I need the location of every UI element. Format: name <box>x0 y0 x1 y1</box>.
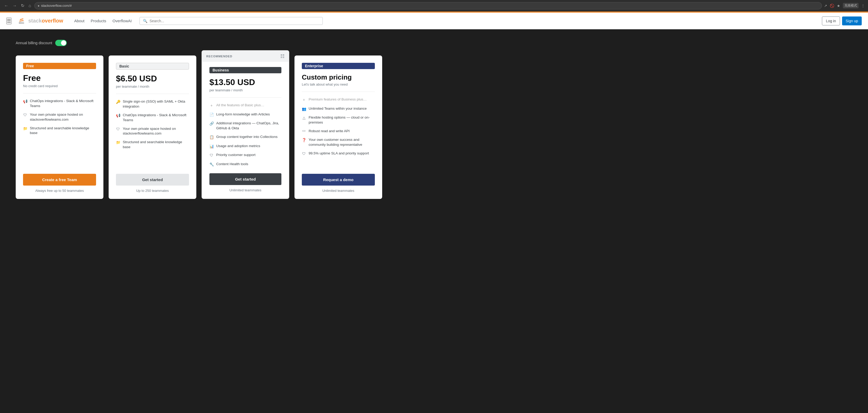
list-item: 📋 Group content together into Collection… <box>209 134 281 140</box>
api-icon: <> <box>302 129 306 133</box>
refresh-button[interactable]: ↻ <box>20 2 25 9</box>
free-cta-button[interactable]: Create a free Team <box>23 174 96 186</box>
basic-teammates-note: Up to 250 teammates <box>116 189 189 193</box>
business-divider <box>209 97 281 98</box>
login-button[interactable]: Log in <box>822 17 840 25</box>
browser-nav-controls: ← → ↻ ⌂ <box>3 2 32 9</box>
nav-about[interactable]: About <box>71 17 87 25</box>
business-cta-button[interactable]: Get started <box>209 173 281 185</box>
feature-text: Long-form knowledge with Articles <box>216 112 270 117</box>
list-item: 📄 Long-form knowledge with Articles <box>209 112 281 118</box>
enterprise-price: Custom pricing <box>302 73 375 82</box>
feature-text: All the features of Basic plus… <box>216 103 265 108</box>
enterprise-features: + Premium features of Business plus… 👥 U… <box>302 97 375 167</box>
success-icon: ❓ <box>302 138 306 143</box>
business-badge: Business <box>209 67 281 73</box>
business-price: $13.50 USD <box>209 77 281 87</box>
health-icon: 🔧 <box>209 162 214 167</box>
basic-footer: Get started Up to 250 teammates <box>116 174 189 193</box>
feature-text: Usage and adoption metrics <box>216 144 260 149</box>
recommended-header: RECOMMENDED ☷ <box>202 51 289 62</box>
nav-overflowai[interactable]: OverflowAI <box>110 17 134 25</box>
list-item: 🛡 Priority customer support <box>209 153 281 158</box>
main-navbar: ☰ stackoverflow About Products OverflowA… <box>0 12 868 29</box>
incognito-label[interactable]: 无痕模式 <box>843 3 859 8</box>
list-item: 📊 Usage and adoption metrics <box>209 144 281 149</box>
list-item: 🔗 Additional integrations — ChatOps, Jir… <box>209 121 281 131</box>
svg-rect-4 <box>20 18 23 20</box>
list-item: 🛡 Your own private space hosted on stack… <box>116 126 189 136</box>
shield-icon: 🛡 <box>23 113 27 118</box>
url-icon: ● <box>38 4 39 8</box>
nav-links: About Products OverflowAI <box>71 17 134 25</box>
hamburger-menu[interactable]: ☰ <box>6 18 11 24</box>
site-logo[interactable]: stackoverflow <box>17 16 63 26</box>
integrations-icon: 🔗 <box>209 121 214 126</box>
nav-products[interactable]: Products <box>88 17 109 25</box>
chatops-icon: 📢 <box>23 99 27 104</box>
menu-dots[interactable]: ⋮ <box>861 4 865 8</box>
feature-text: Content Health tools <box>216 162 248 167</box>
shield-icon: 🛡 <box>116 127 120 132</box>
browser-actions: ↗ 🚫 ★ 无痕模式 ⋮ <box>824 3 865 8</box>
privacy-icon[interactable]: 🚫 <box>830 4 834 8</box>
feature-text: Your own private space hosted on stackov… <box>123 126 189 136</box>
business-teammates-note: Unlimited teammates <box>209 188 281 192</box>
url-bar[interactable]: ● stackoverflow.com/# <box>34 2 822 9</box>
enterprise-footer: Request a demo Unlimited teammates <box>302 174 375 193</box>
url-text: stackoverflow.com/# <box>41 4 72 8</box>
search-icon: 🔍 <box>143 19 147 23</box>
basic-badge: Basic <box>116 63 189 70</box>
enterprise-cta-button[interactable]: Request a demo <box>302 174 375 186</box>
plan-card-free: Free Free No credit card required 📢 Chat… <box>16 56 103 199</box>
feature-text: Group content together into Collections <box>216 134 277 139</box>
feature-text: Additional integrations — ChatOps, Jira,… <box>216 121 281 131</box>
list-item: △ Flexible hosting options — cloud or on… <box>302 115 375 125</box>
feature-text: Flexible hosting options — cloud or on-p… <box>309 115 375 125</box>
business-note: per teammate / month <box>209 88 281 92</box>
plan-card-basic: Basic $6.50 USD per teammate / month 🔑 S… <box>108 56 196 199</box>
search-bar[interactable]: 🔍 <box>140 17 323 25</box>
list-item: 🛡 99.5% uptime SLA and priority support <box>302 151 375 157</box>
list-item: ❓ Your own customer success and communit… <box>302 137 375 147</box>
feature-text: Structured and searchable knowledge base <box>30 126 96 136</box>
list-item: 📁 Structured and searchable knowledge ba… <box>23 126 96 136</box>
list-item: 🔧 Content Health tools <box>209 162 281 167</box>
search-input[interactable] <box>150 19 319 23</box>
plus-icon: + <box>209 103 214 108</box>
feature-text: Structured and searchable knowledge base <box>123 140 189 150</box>
free-note: No credit card required <box>23 84 96 88</box>
back-button[interactable]: ← <box>3 2 9 9</box>
billing-toggle-row: Annual billing discount <box>16 40 852 46</box>
basic-note: per teammate / month <box>116 85 189 89</box>
billing-toggle-label: Annual billing discount <box>16 41 52 45</box>
list-item: <> Robust read and write API <box>302 129 375 134</box>
business-footer: Get started Unlimited teammates <box>209 173 281 192</box>
list-item: 📢 ChatOps integrations - Slack & Microso… <box>116 113 189 123</box>
list-item: 🛡 Your own private space hosted on stack… <box>23 112 96 122</box>
signup-button[interactable]: Sign up <box>842 17 862 25</box>
basic-price: $6.50 USD <box>116 74 189 84</box>
svg-rect-0 <box>19 23 24 24</box>
enterprise-badge: Enterprise <box>302 63 375 69</box>
enterprise-divider <box>302 92 375 92</box>
billing-toggle-switch[interactable] <box>55 40 67 46</box>
sso-icon: 🔑 <box>116 99 120 105</box>
forward-button[interactable]: → <box>11 2 18 9</box>
knowledge-icon: 📁 <box>23 126 27 131</box>
list-item: 📢 ChatOps integrations - Slack & Microso… <box>23 99 96 108</box>
list-item: 👥 Unlimited Teams within your instance <box>302 106 375 112</box>
support-icon: 🛡 <box>209 153 214 158</box>
feature-text: Your own private space hosted on stackov… <box>30 112 96 122</box>
uptime-icon: 🛡 <box>302 151 306 157</box>
home-button[interactable]: ⌂ <box>28 2 32 9</box>
translate-icon[interactable]: ↗ <box>824 4 827 8</box>
plus-icon: + <box>302 97 306 103</box>
free-features: 📢 ChatOps integrations - Slack & Microso… <box>23 99 96 167</box>
bookmark-icon[interactable]: ★ <box>837 4 840 8</box>
basic-cta-button[interactable]: Get started <box>116 174 189 186</box>
feature-text: 99.5% uptime SLA and priority support <box>309 151 369 156</box>
list-item: + Premium features of Business plus… <box>302 97 375 103</box>
browser-chrome: ← → ↻ ⌂ ● stackoverflow.com/# ↗ 🚫 ★ 无痕模式… <box>0 0 868 11</box>
svg-rect-3 <box>19 20 24 22</box>
